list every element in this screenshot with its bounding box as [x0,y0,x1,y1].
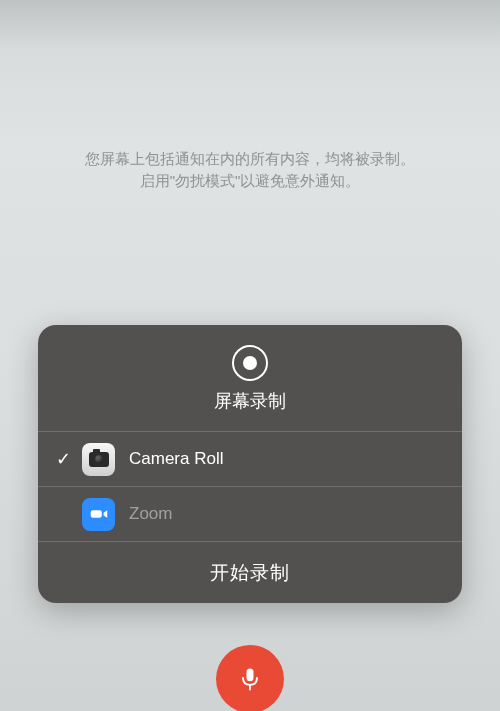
top-blur [0,0,500,50]
screen-recording-sheet: 屏幕录制 ✓ Camera Roll Zoom 开始录制 [38,325,462,603]
sheet-title: 屏幕录制 [214,389,286,413]
option-zoom[interactable]: Zoom [38,486,462,541]
start-recording-button[interactable]: 开始录制 [38,541,462,603]
photos-icon [82,443,115,476]
check-icon: ✓ [56,448,82,470]
svg-rect-0 [90,510,101,517]
zoom-icon [82,498,115,531]
warning-line-1: 您屏幕上包括通知在内的所有内容，均将被录制。 [30,148,470,170]
option-label: Zoom [129,504,172,524]
sheet-header: 屏幕录制 [38,325,462,431]
option-label: Camera Roll [129,449,223,469]
recording-warning: 您屏幕上包括通知在内的所有内容，均将被录制。 启用"勿扰模式"以避免意外通知。 [0,148,500,192]
record-icon [232,345,268,381]
microphone-icon [236,665,264,693]
svg-rect-1 [247,669,254,682]
start-label: 开始录制 [210,560,290,586]
option-camera-roll[interactable]: ✓ Camera Roll [38,431,462,486]
warning-line-2: 启用"勿扰模式"以避免意外通知。 [30,170,470,192]
microphone-button[interactable] [216,645,284,711]
